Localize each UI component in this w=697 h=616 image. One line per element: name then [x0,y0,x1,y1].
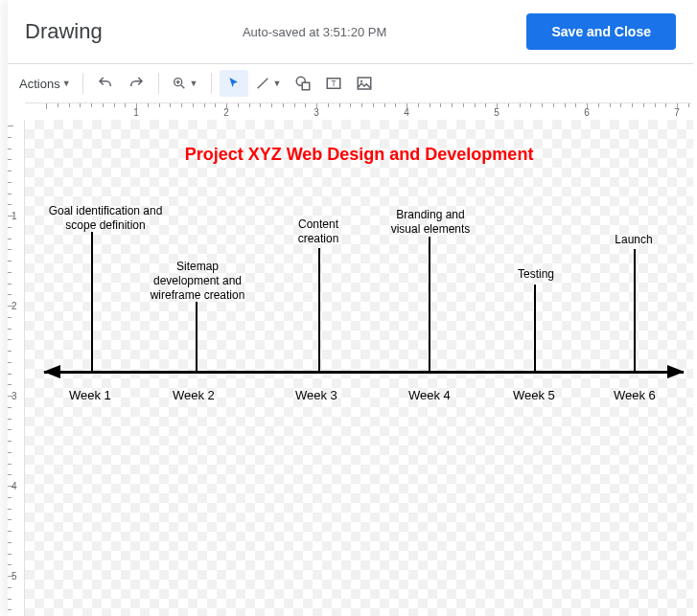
week-label[interactable]: Week 1 [69,388,111,402]
separator [211,73,212,94]
week-label[interactable]: Week 3 [295,388,337,402]
select-tool-button[interactable] [220,70,248,97]
horizontal-ruler: 1234567 [25,103,691,120]
week-label[interactable]: Week 4 [408,388,451,402]
milestone-stem[interactable] [534,285,536,371]
milestone-label[interactable]: Launch [600,233,667,247]
week-label[interactable]: Week 2 [173,388,215,402]
zoom-menu-button[interactable]: ▼ [167,70,203,97]
milestone-label[interactable]: Goal identification and scope definition [38,204,173,233]
milestone-label[interactable]: Branding and visual elements [378,208,483,237]
textbox-tool-button[interactable]: T [319,70,348,97]
timeline-axis[interactable] [44,371,684,374]
milestone-stem[interactable] [634,249,636,371]
shape-tool-button[interactable] [289,70,317,97]
milestone-stem[interactable] [91,232,93,371]
vertical-ruler: 12345 [8,120,25,616]
arrow-left-icon [43,365,60,378]
arrow-right-icon [667,365,685,378]
milestone-stem[interactable] [196,302,197,371]
svg-point-10 [360,80,361,82]
separator [158,73,159,94]
week-label[interactable]: Week 5 [513,388,555,402]
redo-button[interactable] [122,70,151,97]
undo-button[interactable] [91,70,120,97]
line-tool-button[interactable]: ▼ [250,70,287,97]
svg-text:T: T [331,80,336,88]
image-tool-button[interactable] [350,70,379,97]
milestone-label[interactable]: Content creation [280,217,357,246]
milestone-stem[interactable] [318,248,320,371]
svg-line-4 [257,79,267,89]
work-area: 12345 Project XYZ Web Design and Develop… [8,120,693,616]
drawing-dialog: Drawing Auto-saved at 3:51:20 PM Save an… [8,0,693,616]
drawing-canvas[interactable]: Project XYZ Web Design and Development G… [25,120,693,616]
dialog-header: Drawing Auto-saved at 3:51:20 PM Save an… [8,0,693,63]
week-label[interactable]: Week 6 [614,388,656,402]
chevron-down-icon: ▼ [62,79,71,88]
separator [82,73,83,94]
autosave-status: Auto-saved at 3:51:20 PM [243,25,386,39]
actions-menu-button[interactable]: Actions ▼ [15,73,75,95]
dialog-title: Drawing [25,19,103,44]
milestone-label[interactable]: Sitemap development and wireframe creati… [140,260,255,303]
milestone-label[interactable]: Testing [502,267,569,282]
canvas-title-text[interactable]: Project XYZ Web Design and Development [25,145,693,165]
actions-label: Actions [19,77,60,91]
svg-line-1 [181,85,184,88]
save-and-close-button[interactable]: Save and Close [526,13,676,50]
milestone-stem[interactable] [429,237,430,371]
chevron-down-icon: ▼ [190,79,198,88]
toolbar: Actions ▼ ▼ ▼ T [8,64,693,103]
svg-rect-6 [302,82,310,90]
chevron-down-icon: ▼ [273,79,282,88]
